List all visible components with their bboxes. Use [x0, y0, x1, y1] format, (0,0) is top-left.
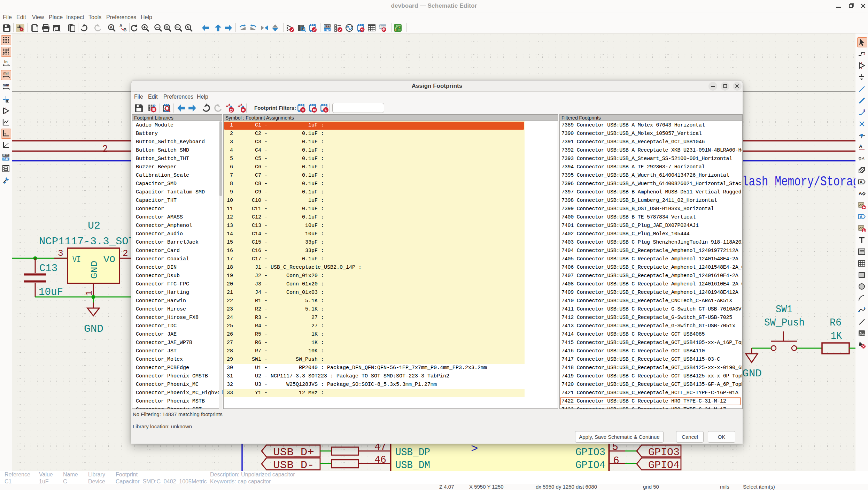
svg-text:U2: U2	[88, 220, 100, 232]
svg-text:USB_D+: USB_D+	[273, 446, 314, 458]
svg-text:GPIO4: GPIO4	[575, 459, 605, 471]
svg-text:GND: GND	[89, 261, 100, 279]
svg-text:USB_DM: USB_DM	[395, 459, 430, 471]
svg-text:VI: VI	[72, 254, 81, 265]
svg-text:A: A	[860, 215, 863, 220]
svg-text:USB_DP: USB_DP	[395, 446, 430, 458]
svg-text:mm: mm	[3, 83, 9, 87]
svg-text:A: A	[110, 25, 113, 29]
svg-text:in: in	[4, 60, 7, 64]
svg-text:R6: R6	[830, 317, 842, 329]
svg-text:2: 2	[102, 143, 108, 156]
svg-text:GND: GND	[742, 368, 762, 380]
svg-text:mil: mil	[3, 71, 8, 75]
svg-text:1K: 1K	[831, 330, 842, 342]
svg-text:C13: C13	[39, 262, 57, 274]
svg-text:1: 1	[84, 290, 94, 296]
svg-text:GPIO3: GPIO3	[575, 446, 605, 458]
svg-text:R??: R??	[3, 154, 9, 157]
svg-text:GPIO4: GPIO4	[648, 459, 680, 471]
svg-text:A: A	[859, 191, 862, 196]
svg-text:10uF: 10uF	[39, 286, 63, 298]
svg-text:46: 46	[374, 454, 386, 466]
svg-text:VO: VO	[103, 254, 115, 265]
svg-text:GPIO3: GPIO3	[648, 446, 680, 458]
svg-text:USB_D-: USB_D-	[273, 459, 314, 471]
svg-text:A: A	[861, 156, 865, 161]
svg-text:A: A	[859, 144, 862, 149]
svg-text:2: 2	[123, 248, 128, 259]
svg-text:Flash Memory/Storage: Flash Memory/Storage	[736, 174, 855, 189]
svg-text:R42: R42	[3, 158, 9, 161]
svg-text:GND: GND	[84, 323, 103, 335]
svg-text:SW_Push: SW_Push	[764, 317, 805, 329]
svg-text:6: 6	[613, 455, 619, 467]
svg-text:A: A	[860, 180, 863, 185]
svg-text:SW1: SW1	[776, 304, 792, 315]
svg-text:3: 3	[58, 248, 63, 259]
svg-text:A: A	[119, 24, 123, 28]
svg-text:R42: R42	[324, 28, 330, 32]
svg-text:>: >	[471, 442, 478, 455]
